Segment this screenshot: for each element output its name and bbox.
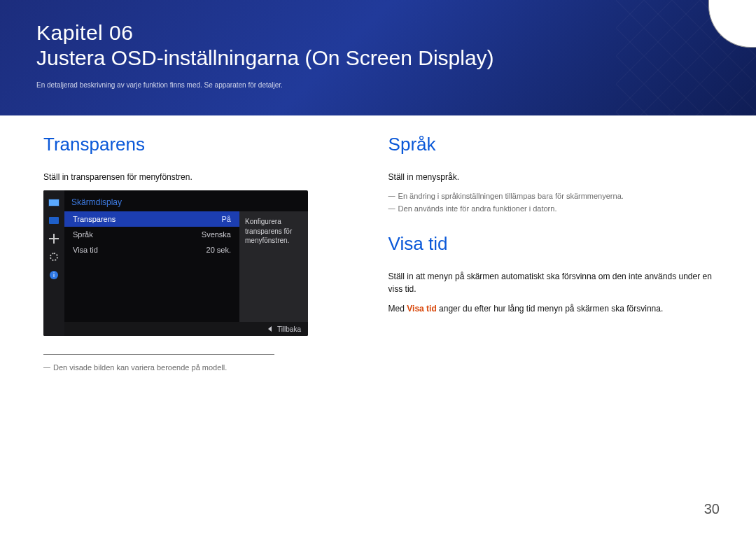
monitor-icon (48, 197, 60, 207)
chapter-note: En detaljerad beskrivning av varje funkt… (36, 81, 720, 89)
osd-description-panel: Konfigurera transparens för menyfönstren… (239, 211, 308, 322)
osd-menu-screenshot: i Skärmdisplay Transparens På Språk Sven… (43, 190, 308, 336)
osd-row-value: Svenska (202, 230, 231, 239)
heading-visatid: Visa tid (388, 233, 720, 255)
osd-category-icons: i (43, 190, 64, 336)
osd-row-transparens: Transparens På (64, 211, 239, 227)
heading-sprak: Språk (388, 134, 720, 155)
transparens-intro: Ställ in transparensen för menyfönstren. (43, 171, 335, 183)
visatid-paragraph-1: Ställ in att menyn på skärmen automatisk… (388, 270, 720, 295)
osd-section-title: Skärmdisplay (64, 190, 308, 211)
visatid-paragraph-2: Med Visa tid anger du efter hur lång tid… (388, 302, 720, 315)
text-suffix: anger du efter hur lång tid menyn på skä… (437, 304, 664, 314)
visatid-highlight: Visa tid (407, 304, 436, 314)
sprak-note-2: Den används inte för andra funktioner i … (388, 203, 720, 216)
osd-footer: Tillbaka (64, 322, 308, 336)
gear-icon (48, 252, 60, 262)
back-arrow-icon (268, 326, 272, 332)
text-prefix: Med (388, 304, 407, 314)
picture-icon (48, 216, 60, 225)
chapter-label: Kapitel 06 (36, 21, 720, 45)
image-disclaimer-note: Den visade bilden kan variera beroende p… (43, 362, 335, 374)
horizontal-rule (43, 354, 274, 355)
page-content: Transparens Ställ in transparensen för m… (0, 134, 756, 374)
osd-main-panel: Skärmdisplay Transparens På Språk Svensk… (64, 190, 308, 336)
page-number: 30 (704, 501, 720, 517)
column-right: Språk Ställ in menyspråk. En ändring i s… (388, 134, 720, 374)
osd-row-label: Visa tid (73, 246, 98, 254)
osd-option-list: Transparens På Språk Svenska Visa tid 20… (64, 211, 239, 322)
chapter-banner: Kapitel 06 Justera OSD-inställningarna (… (0, 0, 756, 115)
heading-transparens: Transparens (43, 134, 335, 155)
osd-row-visatid: Visa tid 20 sek. (64, 242, 239, 258)
osd-row-label: Transparens (73, 215, 115, 223)
column-left: Transparens Ställ in transparensen för m… (43, 134, 335, 374)
osd-row-sprak: Språk Svenska (64, 227, 239, 242)
chapter-title: Justera OSD-inställningarna (On Screen D… (36, 46, 720, 70)
osd-back-label: Tillbaka (277, 325, 301, 333)
osd-row-value: På (222, 215, 231, 223)
osd-body: Transparens På Språk Svenska Visa tid 20… (64, 211, 308, 322)
info-icon: i (48, 270, 60, 280)
sprak-intro: Ställ in menyspråk. (388, 171, 720, 183)
sprak-note-1: En ändring i språkinställningen tillämpa… (388, 190, 720, 203)
osd-row-label: Språk (73, 230, 93, 239)
move-icon (48, 234, 60, 244)
osd-row-value: 20 sek. (206, 246, 231, 254)
